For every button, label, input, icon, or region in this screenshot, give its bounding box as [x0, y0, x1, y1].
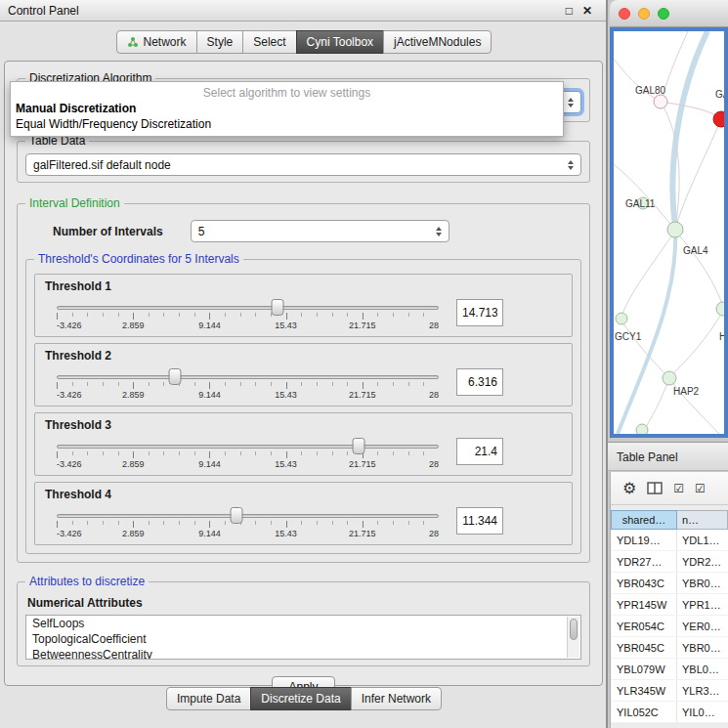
slider-thumb[interactable]: [230, 507, 242, 524]
cell-shared-name: YDL19…: [611, 530, 677, 550]
slider-ticks: [57, 313, 439, 320]
network-edge[interactable]: [675, 231, 723, 307]
threshold-slider[interactable]: -3.426 2.859 9.144 15.43 21.715 28: [57, 295, 439, 330]
list-scrollbar[interactable]: [567, 617, 579, 658]
network-node[interactable]: [654, 95, 667, 108]
scale-label: 2.859: [122, 321, 145, 330]
attributes-list[interactable]: SelfLoops TopologicalCoefficient Between…: [25, 615, 581, 660]
select-all-check-icon[interactable]: ☑: [695, 482, 706, 495]
scale-label: 28: [429, 390, 439, 400]
table-row[interactable]: YBR045CYBR0…: [611, 637, 728, 659]
table-row[interactable]: YDR27…YDR2…: [611, 551, 728, 573]
combo-arrows-icon: [430, 227, 442, 236]
tab-style[interactable]: Style: [196, 30, 244, 54]
tab-cyni-toolbox[interactable]: Cyni Toolbox: [296, 30, 384, 54]
network-node[interactable]: [663, 371, 676, 385]
network-edge[interactable]: [672, 31, 707, 227]
slider-track[interactable]: [57, 375, 439, 379]
slider-scale: -3.426 2.859 9.144 15.43 21.715 28: [57, 321, 439, 330]
tab-infer-network[interactable]: Infer Network: [351, 687, 442, 710]
list-item[interactable]: BetweennessCentrality: [26, 647, 580, 660]
threshold-block-2: Threshold 2 -3.426 2.859 9.144 15.43: [34, 343, 573, 407]
table-row[interactable]: YDL19…YDL1…: [611, 530, 728, 551]
threshold-label: Threshold 4: [45, 488, 564, 501]
columns-icon[interactable]: [647, 482, 663, 494]
table-row[interactable]: YBL079WYBL0…: [611, 659, 728, 680]
dropdown-option-equal-width-frequency[interactable]: Equal Width/Frequency Discretization: [11, 116, 563, 132]
tab-impute-data[interactable]: Impute Data: [166, 687, 251, 710]
threshold-slider[interactable]: -3.426 2.859 9.144 15.43 21.715 28: [57, 434, 439, 469]
network-edge[interactable]: [661, 102, 721, 119]
list-item[interactable]: SelfLoops: [26, 616, 580, 631]
threshold-slider[interactable]: -3.426 2.859 9.144 15.43 21.715 28: [57, 503, 439, 538]
dropdown-option-manual-discretization[interactable]: Manual Discretization: [11, 101, 563, 116]
slider-track[interactable]: [57, 514, 439, 518]
table-row[interactable]: YER054CYER0…: [611, 616, 728, 637]
threshold-value-input[interactable]: [456, 438, 503, 465]
scrollbar-thumb[interactable]: [570, 619, 578, 640]
numerical-attributes-label: Numerical Attributes: [27, 596, 581, 610]
network-node[interactable]: [716, 302, 724, 316]
number-of-intervals-combobox[interactable]: 5: [191, 220, 450, 242]
scale-label: 9.144: [198, 321, 221, 330]
scale-label: 28: [429, 459, 439, 469]
scale-label: 21.715: [349, 321, 376, 330]
table-row[interactable]: YPR145WYPR1…: [611, 594, 728, 616]
tab-discretize-data[interactable]: Discretize Data: [250, 687, 351, 710]
tab-network[interactable]: Network: [116, 30, 197, 54]
tab-label: Discretize Data: [261, 692, 340, 706]
slider-thumb[interactable]: [271, 299, 283, 316]
thresholds-group: Threshold's Coordinates for 5 Intervals …: [25, 252, 581, 554]
tab-select[interactable]: Select: [242, 30, 296, 54]
slider-thumb[interactable]: [352, 438, 364, 454]
zoom-button[interactable]: [658, 8, 669, 20]
slider-scale: -3.426 2.859 9.144 15.43 21.715 28: [57, 529, 439, 538]
slider-track[interactable]: [57, 306, 439, 310]
slider-track[interactable]: [57, 445, 439, 449]
network-node[interactable]: [636, 424, 648, 434]
slider-thumb[interactable]: [169, 368, 182, 385]
network-node[interactable]: [616, 313, 627, 324]
table-row[interactable]: YIL052CYIL0…: [611, 702, 728, 723]
scale-label: -3.426: [57, 390, 82, 400]
tab-jactivemnodules[interactable]: jActiveMNodules: [383, 30, 492, 54]
table-row[interactable]: YLR345WYLR3…: [611, 680, 728, 702]
slider-scale: -3.426 2.859 9.144 15.43 21.715 28: [57, 459, 439, 469]
group-title: Threshold's Coordinates for 5 Intervals: [34, 252, 243, 266]
tab-label: jActiveMNodules: [394, 35, 481, 49]
threshold-value-input[interactable]: [456, 368, 503, 396]
node-label: GCY1: [615, 331, 642, 342]
slider-scale: -3.426 2.859 9.144 15.43 21.715 28: [57, 390, 439, 400]
cell-shared-name: YDR27…: [611, 551, 677, 572]
minimize-button[interactable]: [638, 8, 650, 20]
number-of-intervals-value: 5: [198, 225, 205, 238]
network-view[interactable]: GAL80 GA GAL11 GAL4 GCY1 HAP2 H: [610, 27, 728, 438]
select-check-icon[interactable]: ☑: [673, 482, 684, 495]
network-node[interactable]: [667, 222, 683, 237]
scale-label: 15.43: [275, 459, 297, 469]
column-header-shared-name[interactable]: shared…: [611, 510, 677, 530]
dropdown-placeholder-item[interactable]: Select algorithm to view settings: [11, 84, 563, 101]
scale-label: 9.144: [198, 529, 221, 538]
node-label: GA: [715, 89, 724, 100]
threshold-value-input[interactable]: [456, 299, 503, 326]
list-item[interactable]: TopologicalCoefficient: [26, 631, 580, 647]
gear-icon[interactable]: ⚙: [622, 479, 636, 497]
network-node-selected[interactable]: [713, 111, 724, 127]
close-panel-icon[interactable]: ✕: [582, 4, 592, 18]
close-button[interactable]: [619, 8, 630, 20]
float-panel-icon[interactable]: □: [566, 4, 573, 18]
threshold-value-input[interactable]: [456, 507, 503, 535]
network-edge[interactable]: [675, 119, 721, 229]
scale-label: 21.715: [349, 529, 376, 538]
cell-shared-name: YPR145W: [611, 594, 677, 615]
column-header-name[interactable]: n…: [677, 510, 728, 530]
network-edge[interactable]: [670, 311, 723, 376]
table-data-combobox[interactable]: galFiltered.sif default node: [25, 153, 581, 176]
scale-label: 28: [429, 321, 439, 330]
cell-name: YLR3…: [677, 680, 728, 701]
network-edge[interactable]: [614, 164, 673, 228]
node-label: HAP2: [673, 386, 700, 397]
threshold-slider[interactable]: -3.426 2.859 9.144 15.43 21.715 28: [57, 364, 439, 400]
table-row[interactable]: YBR043CYBR0…: [611, 573, 728, 594]
